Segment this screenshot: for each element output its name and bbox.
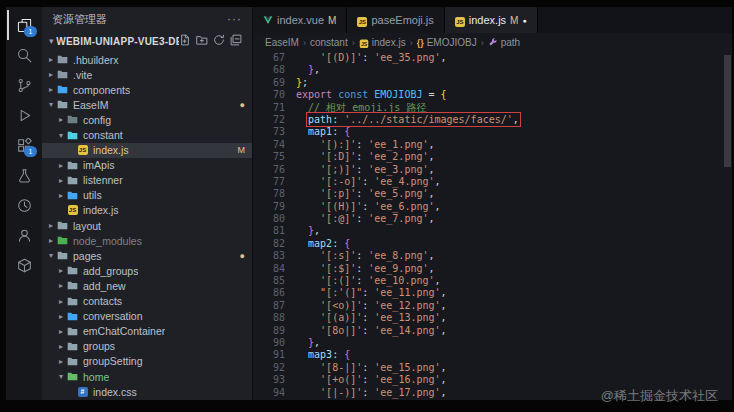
line-number[interactable]: 91 xyxy=(253,349,296,361)
line-number[interactable]: 89 xyxy=(253,325,296,337)
line-number[interactable]: 93 xyxy=(253,374,296,386)
tree-item-index.js[interactable]: JSindex.jsM xyxy=(42,143,252,158)
chevron-right-icon[interactable]: ▸ xyxy=(56,161,66,170)
line-number[interactable]: 81 xyxy=(253,225,296,237)
tree-item-.vite[interactable]: ▸.vite xyxy=(42,67,252,82)
breadcrumb-item-EMOJIOBJ[interactable]: {}EMOJIOBJ xyxy=(417,37,477,48)
new-file-icon[interactable] xyxy=(179,32,191,50)
tree-item-listenner[interactable]: ▸listenner xyxy=(42,173,252,188)
line-number[interactable]: 80 xyxy=(253,213,296,225)
breadcrumb-item-constant[interactable]: constant xyxy=(310,37,348,48)
history-icon[interactable] xyxy=(7,190,41,220)
line-number[interactable]: 67 xyxy=(253,52,296,64)
explorer-icon[interactable]: 1 xyxy=(7,10,41,40)
sidebar-more-icon[interactable]: ··· xyxy=(227,12,242,26)
new-folder-icon[interactable] xyxy=(196,32,208,50)
chevron-right-icon[interactable]: ▸ xyxy=(56,342,66,351)
tree-item-layout[interactable]: ▸layout xyxy=(42,218,252,233)
chevron-right-icon[interactable]: ▸ xyxy=(56,327,66,336)
tree-item-config[interactable]: ▸config xyxy=(42,112,252,127)
breadcrumb-item-EaseIM[interactable]: EaseIM xyxy=(265,37,299,48)
breadcrumb-item-index.js[interactable]: JSindex.js xyxy=(359,37,406,49)
chevron-right-icon[interactable]: ▸ xyxy=(56,281,66,290)
line-number[interactable]: 88 xyxy=(253,312,296,324)
tree-item-contacts[interactable]: ▸contacts xyxy=(42,294,252,309)
chevron-right-icon[interactable]: ▸ xyxy=(56,297,66,306)
chevron-right-icon[interactable]: ▸ xyxy=(46,55,56,64)
tab-paseEmoji.js[interactable]: JSpaseEmoji.js xyxy=(347,7,444,33)
line-number[interactable]: 76 xyxy=(253,164,296,176)
project-root-row[interactable]: ▾ WEBIM-UNIAPP-VUE3-DEMO xyxy=(42,31,252,51)
scrollbar-thumb[interactable] xyxy=(724,55,731,167)
tree-item-add_groups[interactable]: ▸add_groups xyxy=(42,263,252,278)
tab-index.vue[interactable]: index.vueM xyxy=(253,7,347,33)
line-number[interactable]: 83 xyxy=(253,250,296,262)
line-number[interactable]: 69 xyxy=(253,77,296,89)
breadcrumb-item-path[interactable]: path xyxy=(488,37,520,48)
chevron-right-icon[interactable]: ▸ xyxy=(46,70,56,79)
tree-item-groups[interactable]: ▸groups xyxy=(42,339,252,354)
tree-item-components[interactable]: ▸components xyxy=(42,82,252,97)
line-number[interactable]: 72 xyxy=(253,114,296,126)
source-control-icon[interactable] xyxy=(7,70,41,100)
line-number[interactable]: 90 xyxy=(253,337,296,349)
extensions-icon[interactable]: 1 xyxy=(7,130,41,160)
testing-icon[interactable] xyxy=(7,160,41,190)
line-number[interactable]: 78 xyxy=(253,188,296,200)
chevron-down-icon[interactable]: ▾ xyxy=(46,100,56,109)
line-number[interactable]: 71 xyxy=(253,102,296,114)
tree-item-index.css[interactable]: #index.css xyxy=(42,384,252,399)
tree-item-emChatContainer[interactable]: ▸emChatContainer xyxy=(42,324,252,339)
tree-item-pages[interactable]: ▾pages● xyxy=(42,248,252,263)
tree-item-node_modules[interactable]: ▸node_modules xyxy=(42,233,252,248)
tree-item-groupSetting[interactable]: ▸groupSetting xyxy=(42,354,252,369)
chevron-right-icon[interactable]: ▸ xyxy=(56,357,66,366)
line-number[interactable]: 79 xyxy=(253,201,296,213)
unsaved-dot-icon[interactable]: ● xyxy=(522,17,526,24)
tree-item-utils[interactable]: ▸utils xyxy=(42,188,252,203)
chevron-down-icon[interactable]: ▾ xyxy=(46,36,56,46)
cube-icon[interactable] xyxy=(7,250,41,280)
line-number[interactable]: 86 xyxy=(253,287,296,299)
tree-item-index.js[interactable]: JSindex.js xyxy=(42,203,252,218)
tree-item-conversation[interactable]: ▸conversation xyxy=(42,309,252,324)
tree-item-add_new[interactable]: ▸add_new xyxy=(42,278,252,293)
search-icon[interactable] xyxy=(7,40,41,70)
chevron-down-icon[interactable]: ▾ xyxy=(56,131,66,140)
account-icon[interactable] xyxy=(7,220,41,250)
code-editor[interactable]: 67 '[(D)]': 'ee_35.png',68 },69};70expor… xyxy=(253,52,732,400)
tree-item-EaseIM[interactable]: ▾EaseIM● xyxy=(42,97,252,112)
chevron-down-icon[interactable]: ▾ xyxy=(56,372,66,381)
collapse-all-icon[interactable] xyxy=(230,32,242,50)
chevron-right-icon[interactable]: ▸ xyxy=(46,236,56,245)
line-number[interactable]: 77 xyxy=(253,176,296,188)
chevron-right-icon[interactable]: ▸ xyxy=(46,85,56,94)
chevron-right-icon[interactable]: ▸ xyxy=(56,176,66,185)
line-number[interactable]: 92 xyxy=(253,362,296,374)
chevron-down-icon[interactable]: ▾ xyxy=(46,251,56,260)
tree-item-label: index.js xyxy=(83,204,119,216)
chevron-right-icon[interactable]: ▸ xyxy=(56,115,66,124)
folder-icon xyxy=(66,311,79,322)
tree-item-home[interactable]: ▾home xyxy=(42,369,252,384)
line-number[interactable]: 73 xyxy=(253,126,296,138)
line-number[interactable]: 84 xyxy=(253,263,296,275)
chevron-right-icon[interactable]: ▸ xyxy=(56,191,66,200)
line-number[interactable]: 74 xyxy=(253,139,296,151)
chevron-right-icon[interactable]: ▸ xyxy=(56,312,66,321)
line-number[interactable]: 68 xyxy=(253,64,296,76)
line-number[interactable]: 82 xyxy=(253,238,296,250)
line-number[interactable]: 70 xyxy=(253,89,296,101)
chevron-right-icon[interactable]: ▸ xyxy=(46,221,56,230)
line-number[interactable]: 94 xyxy=(253,387,296,399)
run-debug-icon[interactable] xyxy=(7,100,41,130)
tab-index.js[interactable]: JSindex.jsM● xyxy=(445,7,538,33)
refresh-icon[interactable] xyxy=(213,32,225,50)
line-number[interactable]: 87 xyxy=(253,300,296,312)
line-number[interactable]: 75 xyxy=(253,151,296,163)
tree-item-.hbuilderx[interactable]: ▸.hbuilderx xyxy=(42,52,252,67)
tree-item-constant[interactable]: ▾constant xyxy=(42,127,252,142)
line-number[interactable]: 85 xyxy=(253,275,296,287)
chevron-right-icon[interactable]: ▸ xyxy=(56,266,66,275)
tree-item-imApis[interactable]: ▸imApis xyxy=(42,158,252,173)
